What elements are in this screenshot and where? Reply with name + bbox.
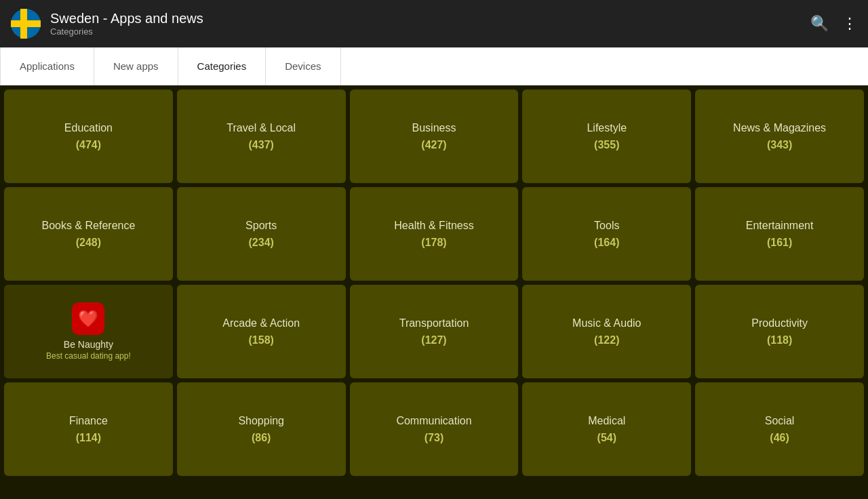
header-left: Sweden - Apps and news Categories — [11, 9, 203, 39]
sweden-flag-logo — [11, 9, 41, 39]
header-title-block: Sweden - Apps and news Categories — [50, 11, 203, 37]
category-lifestyle[interactable]: Lifestyle (355) — [522, 89, 691, 183]
header: Sweden - Apps and news Categories 🔍 ⋮ — [0, 0, 868, 47]
tab-devices[interactable]: Devices — [266, 47, 340, 85]
ad-cell-be-naughty[interactable]: ❤️ Be Naughty Best casual dating app! — [4, 285, 173, 378]
category-business[interactable]: Business (427) — [350, 89, 519, 183]
header-right: 🔍 ⋮ — [810, 15, 857, 33]
ad-app-name: Be Naughty — [64, 339, 113, 350]
category-social[interactable]: Social (46) — [695, 382, 864, 476]
nav-tabs: Applications New apps Categories Devices — [0, 47, 868, 85]
category-medical[interactable]: Medical (54) — [522, 382, 691, 476]
category-shopping[interactable]: Shopping (86) — [177, 382, 346, 476]
category-entertainment[interactable]: Entertainment (161) — [695, 187, 864, 281]
tab-categories[interactable]: Categories — [178, 47, 267, 85]
header-title: Sweden - Apps and news — [50, 11, 203, 26]
category-music-audio[interactable]: Music & Audio (122) — [522, 285, 691, 378]
category-health-fitness[interactable]: Health & Fitness (178) — [350, 187, 519, 281]
category-travel-local[interactable]: Travel & Local (437) — [177, 89, 346, 183]
ad-app-desc: Best casual dating app! — [46, 351, 131, 361]
svg-rect-2 — [20, 9, 27, 39]
category-transportation[interactable]: Transportation (127) — [350, 285, 519, 378]
search-icon[interactable]: 🔍 — [810, 15, 829, 33]
category-productivity[interactable]: Productivity (118) — [695, 285, 864, 378]
tab-new-apps[interactable]: New apps — [94, 47, 178, 85]
category-education[interactable]: Education (474) — [4, 89, 173, 183]
category-news-magazines[interactable]: News & Magazines (343) — [695, 89, 864, 183]
category-finance[interactable]: Finance (114) — [4, 382, 173, 476]
ad-app-icon: ❤️ — [72, 302, 104, 335]
more-options-icon[interactable]: ⋮ — [842, 15, 857, 33]
category-sports[interactable]: Sports (234) — [177, 187, 346, 281]
header-subtitle: Categories — [50, 26, 203, 37]
categories-grid: Education (474) Travel & Local (437) Bus… — [0, 85, 868, 499]
category-books-reference[interactable]: Books & Reference (248) — [4, 187, 173, 281]
category-communication[interactable]: Communication (73) — [350, 382, 519, 476]
category-tools[interactable]: Tools (164) — [522, 187, 691, 281]
category-arcade-action[interactable]: Arcade & Action (158) — [177, 285, 346, 378]
tab-applications[interactable]: Applications — [0, 47, 94, 85]
